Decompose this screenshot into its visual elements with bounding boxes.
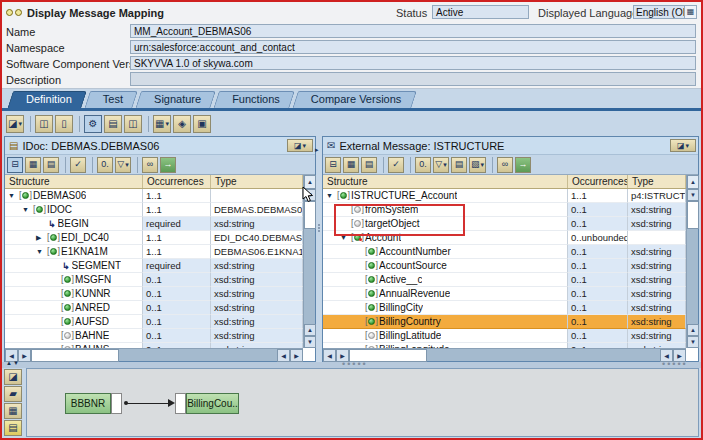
scroll-right-icon[interactable] <box>290 349 303 362</box>
column-header-occurrences[interactable]: Occurrences <box>143 175 211 188</box>
target-connector[interactable] <box>175 393 186 414</box>
document-button[interactable]: ▤ <box>451 157 467 173</box>
check-document-button[interactable]: ▤ <box>104 115 122 133</box>
tree-row-MSGFN[interactable]: []MSGFN0..1xsd:string <box>5 273 303 287</box>
export-button[interactable]: → <box>515 157 531 173</box>
mapping-template-button[interactable]: ▧▾ <box>469 157 486 173</box>
print-button[interactable]: ▤ <box>361 157 377 173</box>
layout-window-button[interactable]: ◫ <box>124 115 142 133</box>
expander-open-icon[interactable]: ▼ <box>36 248 47 255</box>
scroll-down-icon[interactable] <box>687 336 699 348</box>
display-edit-toggle-button[interactable]: ◪▾ <box>6 115 24 133</box>
grid-view-button[interactable]: ▦ <box>343 157 359 173</box>
column-header-occurrences[interactable]: Occurrences <box>568 175 628 188</box>
sort-icon[interactable] <box>687 175 699 189</box>
mapping-canvas[interactable]: BBBNR BillingCou.. <box>26 368 699 437</box>
sort-icon[interactable] <box>304 175 316 189</box>
tree-row-BAHNE[interactable]: []BAHNE0..1xsd:string <box>5 329 303 343</box>
status-field[interactable]: Active <box>432 5 529 19</box>
scrollbar-thumb[interactable] <box>304 201 316 229</box>
tree-row-AnnualRevenue[interactable]: []AnnualRevenue0..1xsd:string <box>323 287 686 301</box>
mapping-target-node[interactable]: BillingCou.. <box>186 393 239 414</box>
target-horizontal-scrollbar[interactable] <box>323 348 686 361</box>
column-header-type[interactable]: Type <box>211 175 303 188</box>
tree-row-IDOC[interactable]: ▼[]IDOC1..1DEBMAS.DEBMAS06 <box>5 203 303 217</box>
occurrences-toggle-button[interactable]: 0. <box>97 157 113 173</box>
tab-test[interactable]: Test <box>87 91 135 109</box>
paste-clipboard-button[interactable]: ▤ <box>4 420 22 436</box>
tree-row-E1KNA1M[interactable]: ▼[]E1KNA1M1..1DEBMAS06.E1KNA1M <box>5 245 303 259</box>
tree-row-ANRED[interactable]: []ANRED0..1xsd:string <box>5 301 303 315</box>
tree-row-DEBMAS06[interactable]: ▼[]DEBMAS061..1 <box>5 189 303 203</box>
scroll-left-icon[interactable] <box>323 349 336 362</box>
tree-row-Account[interactable]: ▼[]Account0..unbounded <box>323 231 686 245</box>
expander-open-icon[interactable]: ▼ <box>22 206 33 213</box>
expander-open-icon[interactable]: ▼ <box>340 234 351 241</box>
copy-window-button[interactable]: ▣ <box>193 115 211 133</box>
column-header-structure[interactable]: Structure <box>323 175 568 188</box>
column-header-structure[interactable]: Structure <box>5 175 143 188</box>
tree-row-AUFSD[interactable]: []AUFSD0..1xsd:string <box>5 315 303 329</box>
settings-gear-button[interactable]: ⚙ <box>84 115 102 133</box>
scrollbar-track[interactable] <box>687 229 698 324</box>
copy-object-button[interactable]: ◫ <box>35 115 53 133</box>
occurrences-toggle-button[interactable]: 0. <box>415 157 431 173</box>
scrollbar-track[interactable] <box>427 349 660 361</box>
scroll-down-icon[interactable] <box>304 189 316 201</box>
grid-view-button[interactable]: ▦ <box>25 157 41 173</box>
check-button[interactable]: ✓ <box>388 157 404 173</box>
expand-tree-button[interactable]: ⊟ <box>7 157 23 173</box>
expander-open-icon[interactable]: ▼ <box>8 192 19 199</box>
description-field[interactable] <box>130 72 696 86</box>
expand-tree-button[interactable]: ⊟ <box>325 157 341 173</box>
print-button[interactable]: ▤ <box>43 157 59 173</box>
tree-row-SEGMENT[interactable]: ↳SEGMENTrequiredxsd:string <box>5 259 303 273</box>
dependencies-button[interactable]: ▦▾ <box>153 115 171 133</box>
filter-button[interactable]: ▽▾ <box>433 157 449 173</box>
tree-row-Active__c[interactable]: []Active__c0..1xsd:string <box>323 273 686 287</box>
tree-row-BEGIN[interactable]: ↳BEGINrequiredxsd:string <box>5 217 303 231</box>
eraser-button[interactable]: ▰ <box>4 386 22 402</box>
tree-row-BillingCity[interactable]: []BillingCity0..1xsd:string <box>323 301 686 315</box>
scroll-left-icon[interactable] <box>277 349 290 362</box>
splitter-collapse-icon[interactable]: ▸ <box>315 146 319 154</box>
scroll-up-icon[interactable] <box>687 324 699 336</box>
tree-row-targetObject[interactable]: []targetObject0..1xsd:string <box>323 217 686 231</box>
scroll-down-icon[interactable] <box>687 189 699 201</box>
tree-row-KUNNR[interactable]: []KUNNR0..1xsd:string <box>5 287 303 301</box>
mapping-source-node[interactable]: BBBNR <box>65 393 111 414</box>
scrollbar-track[interactable] <box>304 229 315 324</box>
check-button[interactable]: ✓ <box>70 157 86 173</box>
panel-splitter-handle[interactable] <box>316 224 321 232</box>
tab-definition[interactable]: Definition <box>10 91 84 109</box>
tree-row-BillingCountry[interactable]: []BillingCountry0..1xsd:string <box>323 315 686 329</box>
scrollbar-track[interactable] <box>119 349 277 361</box>
tree-row-AccountNumber[interactable]: []AccountNumber0..1xsd:string <box>323 245 686 259</box>
language-dropdown[interactable]: English (OL) <box>633 5 697 19</box>
tree-row-BillingLatitude[interactable]: []BillingLatitude0..1xsd:string <box>323 329 686 343</box>
splitter-arrows-icon[interactable]: ▲▼ <box>6 360 20 366</box>
tree-row-EDI_DC40[interactable]: ▶[]EDI_DC401..1EDI_DC40.DEBMAS.D <box>5 231 303 245</box>
navigation-button[interactable]: ◈ <box>173 115 191 133</box>
target-vertical-scrollbar[interactable] <box>686 175 698 348</box>
column-header-type[interactable]: Type <box>628 175 686 188</box>
source-horizontal-scrollbar[interactable] <box>5 348 303 361</box>
expander-open-icon[interactable]: ▼ <box>326 192 337 199</box>
tab-compare-versions[interactable]: Compare Versions <box>295 91 414 109</box>
expander-closed-icon[interactable]: ▶ <box>36 234 47 242</box>
scroll-down-icon[interactable] <box>304 336 316 348</box>
filter-button[interactable]: ▽▾ <box>115 157 131 173</box>
swcv-field[interactable]: SKYVVA 1.0 of skywa.com <box>130 56 696 70</box>
scrollbar-thumb[interactable] <box>687 201 699 229</box>
search-binoculars-button[interactable]: ∞ <box>497 157 513 173</box>
panel-menu-button[interactable] <box>670 139 696 152</box>
scroll-right-icon[interactable] <box>18 349 31 362</box>
tree-row-AccountSource[interactable]: []AccountSource0..1xsd:string <box>323 259 686 273</box>
tree-row-fromSystem[interactable]: []fromSystem0..1xsd:string <box>323 203 686 217</box>
panel-menu-button[interactable] <box>287 139 313 152</box>
delete-button[interactable]: ▯ <box>55 115 73 133</box>
name-field[interactable]: MM_Account_DEBMAS06 <box>130 24 696 38</box>
connection-line[interactable] <box>126 403 169 405</box>
new-folder-button[interactable]: ◪ <box>4 369 22 385</box>
tree-row-ISTRUCTURE_Account[interactable]: ▼[]ISTRUCTURE_Account1..1p4:ISTRUCTU <box>323 189 686 203</box>
